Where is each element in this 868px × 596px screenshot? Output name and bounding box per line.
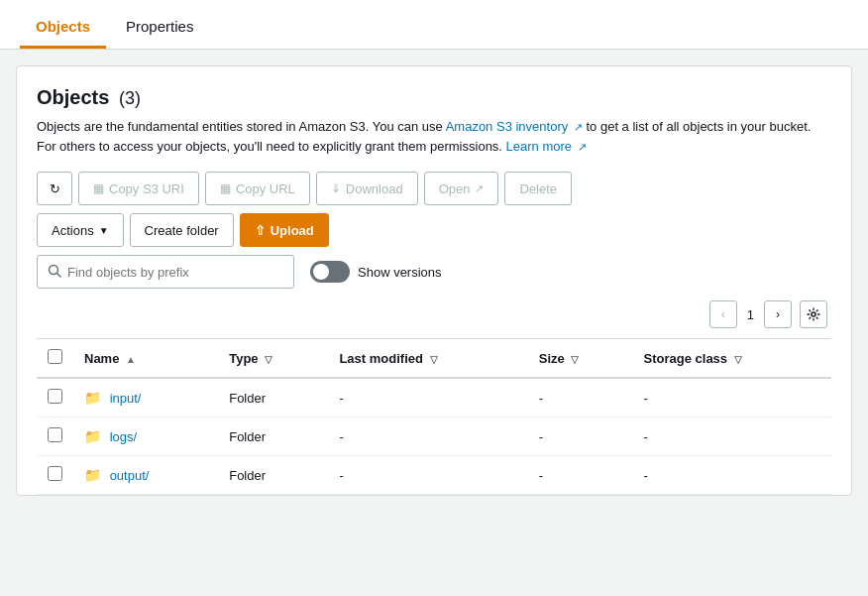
type-sort-icon: ▽ [265, 354, 272, 365]
download-icon: ⇓ [331, 181, 341, 195]
folder-icon: 📁 [84, 467, 101, 483]
storage-class-sort-icon: ▽ [734, 354, 742, 365]
search-input[interactable] [67, 265, 283, 280]
row-3-name: 📁 output/ [72, 456, 217, 495]
external-link-icon-1: ↗ [574, 119, 583, 136]
folder-icon: 📁 [84, 428, 101, 444]
size-sort-icon: ▽ [571, 354, 579, 365]
tab-properties[interactable]: Properties [110, 7, 209, 49]
open-icon: ↗ [475, 182, 484, 195]
table-wrap: Name ▲ Type ▽ Last modified ▽ Size [37, 338, 831, 495]
name-column-header[interactable]: Name ▲ [72, 339, 217, 378]
pagination-row: ‹ 1 › [37, 300, 831, 328]
row-3-name-link[interactable]: output/ [110, 468, 150, 483]
refresh-icon: ↻ [50, 181, 60, 196]
select-all-header [37, 339, 72, 378]
last-modified-column-header[interactable]: Last modified ▽ [327, 339, 526, 378]
learn-more-link[interactable]: Learn more ↗ [506, 139, 587, 154]
delete-button[interactable]: Delete [504, 172, 572, 205]
copy-s3-uri-icon: ▦ [93, 181, 104, 195]
prev-page-button[interactable]: ‹ [709, 300, 737, 328]
svg-point-2 [812, 312, 815, 316]
row-2-name-link[interactable]: logs/ [110, 429, 137, 444]
row-3-last-modified: - [327, 456, 526, 495]
copy-s3-uri-button[interactable]: ▦ Copy S3 URI [78, 172, 199, 205]
objects-panel: Objects (3) Objects are the fundamental … [16, 65, 852, 496]
copy-url-icon: ▦ [220, 181, 231, 195]
page-number: 1 [741, 307, 760, 322]
search-input-wrap [37, 255, 294, 289]
svg-line-1 [57, 273, 61, 277]
row-1-checkbox[interactable] [48, 389, 62, 404]
objects-table: Name ▲ Type ▽ Last modified ▽ Size [37, 339, 831, 495]
actions-button[interactable]: Actions ▼ [37, 213, 124, 247]
row-1-name-link[interactable]: input/ [110, 391, 142, 406]
toggle-knob [313, 264, 329, 280]
download-button[interactable]: ⇓ Download [316, 172, 418, 205]
refresh-button[interactable]: ↻ [37, 172, 72, 205]
tabs-bar: Objects Properties [0, 0, 868, 50]
table-header-row: Name ▲ Type ▽ Last modified ▽ Size [37, 339, 831, 378]
toolbar-row-1: ↻ ▦ Copy S3 URI ▦ Copy URL ⇓ Download Op… [37, 172, 831, 205]
row-2-checkbox-cell [37, 417, 72, 456]
row-2-size: - [527, 417, 632, 456]
toggle-wrap: Show versions [310, 261, 442, 283]
actions-chevron-icon: ▼ [99, 225, 109, 236]
tab-objects[interactable]: Objects [20, 7, 106, 49]
create-folder-button[interactable]: Create folder [130, 213, 234, 247]
row-2-last-modified: - [327, 417, 526, 456]
search-row: Show versions [37, 255, 831, 289]
row-3-storage-class: - [632, 456, 831, 495]
row-1-last-modified: - [327, 378, 526, 417]
table-row: 📁 logs/ Folder - - - [37, 417, 831, 456]
size-column-header[interactable]: Size ▽ [527, 339, 632, 378]
table-row: 📁 output/ Folder - - - [37, 456, 831, 495]
name-sort-icon: ▲ [126, 354, 136, 365]
row-1-storage-class: - [632, 378, 831, 417]
external-link-icon-2: ↗ [578, 139, 587, 156]
show-versions-toggle[interactable] [310, 261, 350, 283]
row-2-storage-class: - [632, 417, 831, 456]
upload-icon: ⇧ [255, 223, 266, 238]
upload-button[interactable]: ⇧ Upload [240, 213, 329, 247]
last-modified-sort-icon: ▽ [430, 354, 438, 365]
next-page-button[interactable]: › [764, 300, 792, 328]
table-row: 📁 input/ Folder - - - [37, 378, 831, 417]
copy-url-button[interactable]: ▦ Copy URL [205, 172, 310, 205]
toolbar-row-2: Actions ▼ Create folder ⇧ Upload [37, 213, 831, 247]
row-3-size: - [527, 456, 632, 495]
panel-description: Objects are the fundamental entities sto… [37, 117, 831, 156]
search-icon [48, 264, 61, 281]
row-1-name: 📁 input/ [72, 378, 217, 417]
row-1-type: Folder [217, 378, 327, 417]
s3-inventory-link[interactable]: Amazon S3 inventory ↗ [446, 119, 587, 134]
storage-class-column-header[interactable]: Storage class ▽ [632, 339, 831, 378]
show-versions-label: Show versions [358, 265, 442, 280]
row-2-type: Folder [217, 417, 327, 456]
open-button[interactable]: Open ↗ [424, 172, 499, 205]
type-column-header[interactable]: Type ▽ [217, 339, 327, 378]
main-content: Objects (3) Objects are the fundamental … [0, 50, 868, 512]
row-2-name: 📁 logs/ [72, 417, 217, 456]
row-3-type: Folder [217, 456, 327, 495]
row-1-checkbox-cell [37, 378, 72, 417]
row-3-checkbox[interactable] [48, 466, 62, 481]
panel-title: Objects (3) [37, 86, 831, 109]
folder-icon: 📁 [84, 390, 101, 406]
table-settings-button[interactable] [800, 300, 827, 328]
row-1-size: - [527, 378, 632, 417]
row-2-checkbox[interactable] [48, 427, 62, 442]
select-all-checkbox[interactable] [48, 349, 62, 364]
row-3-checkbox-cell [37, 456, 72, 495]
